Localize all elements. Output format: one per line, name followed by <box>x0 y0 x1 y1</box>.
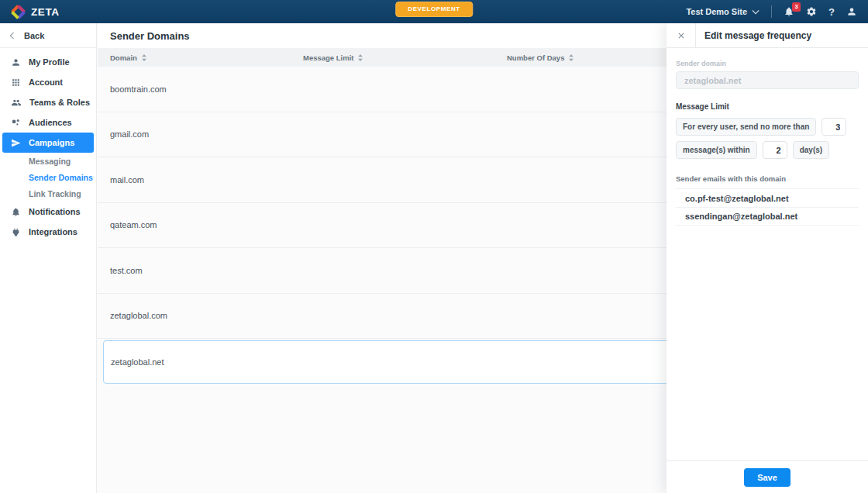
chevron-down-icon <box>752 9 760 15</box>
sort-icon <box>142 54 146 61</box>
sidebar-subitem-label: Link Tracking <box>29 189 81 198</box>
site-selector[interactable]: Test Demo Site <box>686 7 760 16</box>
column-label: Domain <box>110 53 137 62</box>
user-icon <box>11 57 21 67</box>
help-icon[interactable]: ? <box>828 6 835 18</box>
column-header-number-of-days[interactable]: Number Of Days <box>507 48 574 67</box>
panel-footer: Save <box>666 460 868 493</box>
column-label: Message Limit <box>303 53 353 62</box>
sidebar-item-notifications[interactable]: Notifications <box>0 202 96 222</box>
back-button[interactable]: Back <box>0 23 96 48</box>
sender-emails-label: Sender emails with this domain <box>676 174 859 183</box>
chevron-left-icon <box>9 32 15 40</box>
messages-count-input[interactable] <box>822 118 846 136</box>
sender-domain-label: Sender domain <box>676 60 859 67</box>
sidebar-item-label: Account <box>29 78 63 87</box>
brand-name: ZETA <box>31 6 60 18</box>
user-profile-icon[interactable] <box>846 6 857 17</box>
sidebar-item-label: My Profile <box>29 57 70 67</box>
domain-cell: qateam.com <box>110 220 157 229</box>
days-suffix-chip: day(s) <box>793 141 829 159</box>
domain-cell: boomtrain.com <box>110 84 167 94</box>
domain-cell: zetaglobal.net <box>111 357 164 367</box>
zeta-logo[interactable]: ZETA <box>11 5 60 19</box>
bell-icon <box>11 207 21 217</box>
sort-icon <box>569 54 574 61</box>
sort-icon <box>358 54 363 61</box>
sidebar-item-campaigns[interactable]: Campaigns <box>2 133 94 153</box>
grid-icon <box>11 78 21 88</box>
people-icon <box>11 98 22 108</box>
domain-cell: test.com <box>110 266 143 275</box>
bubbles-icon <box>11 118 21 128</box>
days-count-input[interactable] <box>763 141 787 159</box>
message-limit-prefix-chip: For every user, send no more than <box>676 118 816 136</box>
paper-plane-icon <box>11 138 21 148</box>
panel-header: Edit message frequency <box>666 23 868 48</box>
sender-emails-list: co.pf-test@zetaglobal.net ssendingan@zet… <box>676 188 859 226</box>
sender-domain-input <box>676 71 859 89</box>
back-label: Back <box>24 31 44 40</box>
save-button[interactable]: Save <box>744 468 790 487</box>
notifications-bell-icon[interactable]: 3 <box>784 6 794 17</box>
sender-email-address: ssendingan@zetaglobal.net <box>685 212 797 221</box>
column-header-message-limit[interactable]: Message Limit <box>303 48 363 67</box>
sidebar-subitem-label: Sender Domains <box>29 173 93 182</box>
zeta-diamond-icon <box>11 5 26 19</box>
sidebar-item-audiences[interactable]: Audiences <box>0 112 96 133</box>
topbar: ZETA DEVELOPMENT Test Demo Site 3 ? <box>0 0 868 23</box>
notification-count-badge: 3 <box>792 2 801 12</box>
environment-badge: DEVELOPMENT <box>395 2 473 17</box>
sidebar-item-label: Integrations <box>29 227 78 236</box>
plug-icon <box>11 227 21 237</box>
panel-body: Sender domain Message Limit For every us… <box>666 48 868 460</box>
sidebar-item-account[interactable]: Account <box>0 72 96 92</box>
settings-gear-icon[interactable] <box>806 6 817 17</box>
domain-cell: zetaglobal.com <box>110 311 167 320</box>
domain-cell: mail.com <box>110 175 144 184</box>
close-icon <box>677 31 686 40</box>
sender-email-address: co.pf-test@zetaglobal.net <box>685 194 789 203</box>
site-selector-label: Test Demo Site <box>686 7 747 16</box>
column-label: Number Of Days <box>507 53 564 62</box>
messages-within-chip: message(s) within <box>676 141 757 159</box>
sidebar-item-label: Audiences <box>29 118 72 127</box>
sidebar-subitem-sender-domains[interactable]: Sender Domains <box>0 169 96 185</box>
sidebar-subitem-messaging[interactable]: Messaging <box>0 153 96 169</box>
domain-cell: gmail.com <box>110 129 149 139</box>
sidebar-item-my-profile[interactable]: My Profile <box>0 52 96 72</box>
sidebar-item-teams-roles[interactable]: Teams & Roles <box>0 92 96 112</box>
edit-message-frequency-panel: Edit message frequency Sender domain Mes… <box>666 23 868 493</box>
column-header-domain[interactable]: Domain <box>110 48 146 67</box>
sidebar-item-integrations[interactable]: Integrations <box>0 222 96 242</box>
message-limit-label: Message Limit <box>676 102 859 111</box>
page-title: Sender Domains <box>110 30 190 42</box>
close-panel-button[interactable] <box>666 23 695 47</box>
sidebar-subitem-label: Messaging <box>29 157 71 166</box>
panel-title: Edit message frequency <box>696 30 811 41</box>
sidebar-subitem-link-tracking[interactable]: Link Tracking <box>0 185 96 202</box>
sidebar-item-label: Campaigns <box>29 138 74 147</box>
sidebar: Back My Profile Account Teams & Roles Au… <box>0 23 97 493</box>
sender-email-item: co.pf-test@zetaglobal.net <box>676 188 859 207</box>
sender-email-item: ssendingan@zetaglobal.net <box>676 207 859 226</box>
sidebar-item-label: Teams & Roles <box>29 98 90 107</box>
sidebar-item-label: Notifications <box>29 207 81 216</box>
topbar-divider <box>771 5 772 18</box>
